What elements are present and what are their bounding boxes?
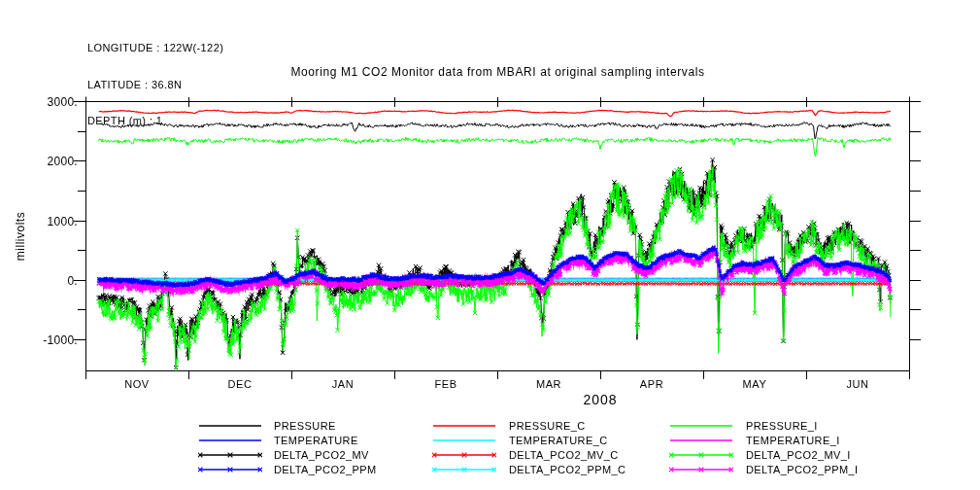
- legend-label-temperature: TEMPERATURE: [274, 435, 358, 446]
- legend-swatch-delta_pco2_mv_i: [669, 450, 733, 460]
- x-tick-label-jan: JAN: [314, 378, 372, 390]
- legend-swatch-delta_pco2_mv: [198, 450, 262, 460]
- x-tick-label-feb: FEB: [417, 378, 475, 390]
- legend-label-pressure_c: PRESSURE_C: [509, 420, 586, 432]
- x-axis-year-label: 2008: [571, 392, 629, 407]
- legend-label-delta_pco2_ppm_i: DELTA_PCO2_PPM_I: [746, 464, 858, 475]
- x-tick-label-dec: DEC: [211, 378, 269, 390]
- legend-label-delta_pco2_ppm_c: DELTA_PCO2_PPM_C: [509, 464, 625, 475]
- y-axis-label: millivolts: [14, 212, 27, 261]
- legend-swatch-pressure_c: [432, 421, 496, 431]
- legend-swatch-pressure_i: [669, 421, 733, 431]
- y-tick-label: 0.: [31, 274, 78, 288]
- legend-label-delta_pco2_mv_i: DELTA_PCO2_MV_I: [746, 449, 851, 461]
- y-tick-label: 1000.: [31, 215, 78, 228]
- legend-swatch-delta_pco2_ppm_i: [669, 465, 733, 474]
- legend-label-delta_pco2_mv: DELTA_PCO2_MV: [274, 449, 369, 461]
- legend-label-pressure_i: PRESSURE_I: [746, 420, 818, 432]
- legend-swatch-pressure: [198, 421, 262, 431]
- legend-swatch-delta_pco2_mv_c: [432, 450, 496, 460]
- y-tick-label: -1000.: [31, 333, 78, 347]
- depth-label: DEPTH (m) : 1: [87, 115, 223, 127]
- page: { "header": { "line1": "LONGITUDE : 122W…: [0, 0, 980, 490]
- station-info: LONGITUDE : 122W(-122) LATITUDE : 36.8N …: [87, 18, 223, 139]
- x-tick-label-may: MAY: [726, 378, 784, 390]
- legend-swatch-temperature: [198, 436, 262, 445]
- legend-label-delta_pco2_mv_c: DELTA_PCO2_MV_C: [509, 449, 619, 461]
- x-tick-label-nov: NOV: [108, 378, 166, 390]
- legend-label-temperature_i: TEMPERATURE_I: [746, 435, 840, 446]
- x-tick-label-jun: JUN: [828, 378, 887, 390]
- y-tick-label: 2000.: [31, 155, 78, 168]
- legend-label-temperature_c: TEMPERATURE_C: [509, 435, 608, 446]
- legend-swatch-temperature_i: [669, 436, 733, 445]
- y-tick-label: 3000.: [31, 95, 78, 109]
- plot-title: Mooring M1 CO2 Monitor data from MBARI a…: [245, 65, 751, 79]
- legend-swatch-temperature_c: [432, 436, 496, 445]
- longitude-label: LONGITUDE : 122W(-122): [87, 42, 223, 54]
- x-tick-label-mar: MAR: [520, 378, 578, 390]
- legend-label-delta_pco2_ppm: DELTA_PCO2_PPM: [274, 464, 376, 475]
- legend-label-pressure: PRESSURE: [274, 420, 336, 432]
- latitude-label: LATITUDE : 36.8N: [87, 79, 223, 91]
- legend-swatch-delta_pco2_ppm: [198, 465, 262, 474]
- legend-swatch-delta_pco2_ppm_c: [432, 465, 496, 474]
- x-tick-label-apr: APR: [623, 378, 681, 390]
